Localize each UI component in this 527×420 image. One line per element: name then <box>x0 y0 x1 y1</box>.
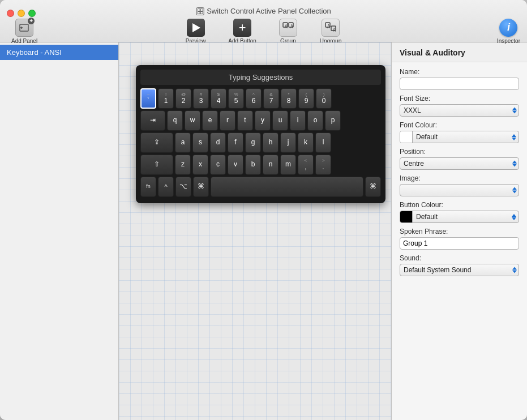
key-m[interactable]: m <box>280 155 296 175</box>
button-colour-value: Default <box>413 213 512 221</box>
key-l[interactable]: l <box>315 132 331 153</box>
preview-button[interactable]: Preview <box>181 18 211 45</box>
add-button-button[interactable]: + Add Button <box>224 18 260 45</box>
add-panel-icon: + <box>15 19 33 37</box>
inspector-button[interactable]: i Inspector <box>497 19 520 44</box>
sound-field-group: Sound: Default System Sound None Custom <box>400 254 519 276</box>
key-8[interactable]: * 8 <box>281 88 297 109</box>
key-k[interactable]: k <box>298 132 314 153</box>
sidebar: Keyboard - ANSI <box>0 42 119 420</box>
svg-text:A: A <box>327 24 330 29</box>
key-6[interactable]: ^ 6 <box>246 88 262 109</box>
preview-icon <box>187 19 205 37</box>
key-j[interactable]: j <box>280 132 296 153</box>
key-capslock[interactable]: ⇪ <box>140 132 173 153</box>
inspector-panel: Visual & Auditory Name: Font Size: XXXL … <box>391 42 527 420</box>
key-9[interactable]: ( 9 <box>298 88 314 109</box>
inspector-body: Name: Font Size: XXXL XXL XL Large Mediu… <box>392 62 527 282</box>
key-7[interactable]: & 7 <box>263 88 279 109</box>
key-b[interactable]: b <box>245 155 261 175</box>
key-o[interactable]: o <box>307 110 323 131</box>
key-e[interactable]: e <box>202 110 218 131</box>
key-z[interactable]: z <box>175 155 191 175</box>
key-c[interactable]: c <box>210 155 226 175</box>
keyboard-row-numbers: ~ ` ! 1 @ 2 # 3 <box>140 88 381 109</box>
minimize-button[interactable] <box>18 10 25 17</box>
spoken-phrase-field-group: Spoken Phrase: <box>400 228 519 250</box>
key-w[interactable]: w <box>185 110 200 131</box>
font-colour-value: Default <box>413 133 512 141</box>
position-select-wrapper: Centre Top Left Top Centre Top Right Cen… <box>400 157 519 170</box>
key-backtick[interactable]: ~ ` <box>140 88 156 109</box>
key-2[interactable]: @ 2 <box>175 88 191 109</box>
name-input[interactable] <box>400 78 519 90</box>
image-select-wrapper <box>400 184 519 196</box>
font-colour-arrow <box>512 134 519 140</box>
svg-text:A: A <box>333 28 336 33</box>
font-size-select[interactable]: XXXL XXL XL Large Medium Small <box>400 104 519 117</box>
typing-suggestions: Typing Suggestions <box>140 70 381 85</box>
key-d[interactable]: d <box>210 132 226 153</box>
key-tab[interactable]: ⇥ <box>140 110 165 131</box>
key-x[interactable]: x <box>192 155 208 175</box>
key-h[interactable]: h <box>263 132 279 153</box>
image-select[interactable] <box>400 184 519 196</box>
position-field-group: Position: Centre Top Left Top Centre Top… <box>400 148 519 170</box>
key-r[interactable]: r <box>220 110 235 131</box>
key-cmd-right[interactable]: ⌘ <box>365 177 381 197</box>
keyboard-row-asdf: ⇪ a s d f g h j k l <box>140 132 381 153</box>
canvas-grid: Typing Suggestions ~ ` ! 1 @ <box>119 42 391 420</box>
key-4[interactable]: $ 4 <box>211 88 226 109</box>
key-u[interactable]: u <box>272 110 288 131</box>
canvas-area: Typing Suggestions ~ ` ! 1 @ <box>119 42 391 420</box>
key-period[interactable]: > . <box>315 155 331 175</box>
spoken-phrase-label: Spoken Phrase: <box>400 228 519 235</box>
svg-text:A: A <box>290 24 293 29</box>
key-a[interactable]: a <box>175 132 191 153</box>
key-0[interactable]: ) 0 <box>316 88 332 109</box>
key-f[interactable]: f <box>228 132 243 153</box>
position-select[interactable]: Centre Top Left Top Centre Top Right Cen… <box>400 157 519 170</box>
key-1[interactable]: ! 1 <box>158 88 174 109</box>
svg-rect-3 <box>200 11 203 14</box>
image-field-group: Image: <box>400 174 519 196</box>
plus-badge: + <box>28 18 35 24</box>
svg-rect-1 <box>200 8 203 11</box>
key-n[interactable]: n <box>263 155 279 175</box>
add-panel-button[interactable]: + Add Panel <box>7 18 42 45</box>
svg-text:A: A <box>285 24 288 29</box>
svg-rect-0 <box>198 8 200 11</box>
key-space[interactable] <box>211 177 363 197</box>
window-title-text: Switch Control Active Panel Collection <box>207 7 331 15</box>
ungroup-button[interactable]: A A Ungroup <box>315 18 346 45</box>
spoken-phrase-input[interactable] <box>400 237 519 250</box>
key-y[interactable]: y <box>255 110 271 131</box>
font-size-select-wrapper: XXXL XXL XL Large Medium Small <box>400 104 519 117</box>
key-g[interactable]: g <box>245 132 261 153</box>
group-icon: A A <box>279 19 297 37</box>
key-alt[interactable]: ⌥ <box>175 177 191 197</box>
key-q[interactable]: q <box>167 110 183 131</box>
key-comma[interactable]: < , <box>298 155 314 175</box>
key-ctrl[interactable]: ^ <box>158 177 174 197</box>
keyboard-row-zxcv: ⇧ z x c v b n m < , > <box>140 155 381 175</box>
font-colour-select-wrapper: Default <box>400 131 519 143</box>
key-p[interactable]: p <box>325 110 341 131</box>
key-s[interactable]: s <box>192 132 208 153</box>
sidebar-item-keyboard-ansi[interactable]: Keyboard - ANSI <box>0 45 118 60</box>
font-size-field-group: Font Size: XXXL XXL XL Large Medium Smal… <box>400 95 519 117</box>
key-cmd-left[interactable]: ⌘ <box>193 177 209 197</box>
maximize-button[interactable] <box>28 10 36 17</box>
traffic-lights <box>7 10 36 17</box>
sound-select[interactable]: Default System Sound None Custom <box>400 264 519 276</box>
key-i[interactable]: i <box>290 110 306 131</box>
key-5[interactable]: % 5 <box>228 88 244 109</box>
key-v[interactable]: v <box>228 155 243 175</box>
group-button[interactable]: A A Group <box>275 18 302 45</box>
key-shift-left[interactable]: ⇧ <box>140 155 173 175</box>
close-button[interactable] <box>7 10 14 17</box>
key-fn[interactable]: fn <box>140 177 156 197</box>
key-t[interactable]: t <box>237 110 253 131</box>
key-3[interactable]: # 3 <box>193 88 209 109</box>
keyboard-row-fn: fn ^ ⌥ ⌘ ⌘ <box>140 177 381 197</box>
